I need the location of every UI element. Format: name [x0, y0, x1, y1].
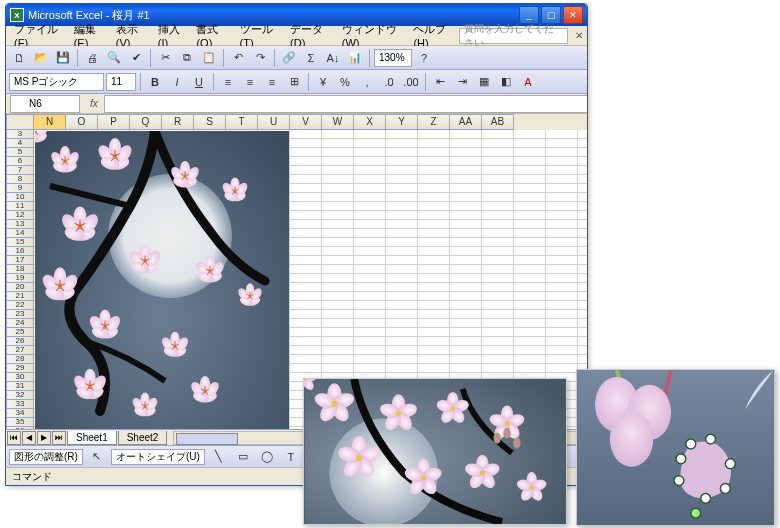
toolbar-separator [425, 73, 426, 91]
column-header[interactable]: N [34, 114, 66, 130]
save-icon[interactable]: 💾 [53, 48, 73, 68]
cut-icon[interactable]: ✂ [155, 48, 175, 68]
column-header[interactable]: Z [418, 114, 450, 130]
fx-icon[interactable]: fx [90, 98, 98, 109]
column-header[interactable]: Q [130, 114, 162, 130]
line-icon[interactable]: ╲ [209, 447, 229, 467]
sakura-moon-artwork [35, 131, 289, 429]
align-left-icon[interactable]: ≡ [218, 72, 238, 92]
svg-point-33 [674, 476, 684, 486]
sheet-tab[interactable]: Sheet2 [118, 431, 168, 445]
column-header[interactable]: Y [386, 114, 418, 130]
new-icon[interactable]: 🗋 [9, 48, 29, 68]
decrease-decimal-icon[interactable]: .00 [401, 72, 421, 92]
svg-point-30 [725, 459, 735, 469]
column-header[interactable]: T [226, 114, 258, 130]
bold-icon[interactable]: B [145, 72, 165, 92]
row-header[interactable]: 36 [6, 427, 34, 429]
ask-a-question-box[interactable]: 質問を入力してください [459, 28, 567, 44]
tab-nav-first[interactable]: ⏮ [7, 431, 21, 445]
align-right-icon[interactable]: ≡ [262, 72, 282, 92]
svg-point-29 [686, 439, 696, 449]
paste-icon[interactable]: 📋 [199, 48, 219, 68]
percent-icon[interactable]: % [335, 72, 355, 92]
column-header[interactable]: AB [482, 114, 514, 130]
copy-icon[interactable]: ⧉ [177, 48, 197, 68]
autosum-icon[interactable]: Σ [301, 48, 321, 68]
select-all-corner[interactable] [6, 114, 34, 130]
spell-icon[interactable]: ✔ [126, 48, 146, 68]
svg-point-17 [504, 428, 510, 438]
chart-icon[interactable]: 📊 [345, 48, 365, 68]
oval-icon[interactable]: ◯ [257, 447, 277, 467]
svg-point-32 [701, 493, 711, 503]
column-header[interactable]: AA [450, 114, 482, 130]
tab-nav-last[interactable]: ⏭ [52, 431, 66, 445]
toolbar-separator [150, 49, 151, 67]
help-icon[interactable]: ? [414, 48, 434, 68]
border-icon[interactable]: ▦ [474, 72, 494, 92]
column-header[interactable]: R [162, 114, 194, 130]
column-header[interactable]: U [258, 114, 290, 130]
svg-point-31 [720, 484, 730, 494]
toolbar-separator [77, 49, 78, 67]
redo-icon[interactable]: ↷ [250, 48, 270, 68]
column-headers: N O P Q R S T U V W X Y Z AA AB [6, 114, 587, 130]
merge-icon[interactable]: ⊞ [284, 72, 304, 92]
svg-point-18 [514, 438, 520, 448]
font-name-select[interactable]: MS Pゴシック [9, 73, 104, 91]
status-text: コマンド [12, 470, 52, 484]
link-icon[interactable]: 🔗 [279, 48, 299, 68]
font-color-icon[interactable]: A [518, 72, 538, 92]
zoom-select[interactable]: 130% [374, 49, 412, 67]
column-header[interactable]: V [290, 114, 322, 130]
embedded-artwork[interactable] [35, 131, 289, 429]
svg-point-35 [706, 434, 716, 444]
align-center-icon[interactable]: ≡ [240, 72, 260, 92]
underline-icon[interactable]: U [189, 72, 209, 92]
fill-color-icon[interactable]: ◧ [496, 72, 516, 92]
column-header[interactable]: W [322, 114, 354, 130]
tab-nav-next[interactable]: ▶ [37, 431, 51, 445]
print-icon[interactable]: 🖨 [82, 48, 102, 68]
toolbar-separator [223, 49, 224, 67]
select-arrow-icon[interactable]: ↖ [87, 447, 107, 467]
standard-toolbar: 🗋 📂 💾 🖨 🔍 ✔ ✂ ⧉ 📋 ↶ ↷ 🔗 Σ A↓ 📊 130% ? [6, 46, 587, 70]
formula-bar: N6 fx [6, 94, 587, 114]
svg-point-34 [676, 454, 686, 464]
svg-point-16 [494, 433, 500, 443]
toolbar-separator [274, 49, 275, 67]
workbook-close-button[interactable]: ✕ [574, 29, 585, 43]
sheet-tab[interactable]: Sheet1 [67, 431, 117, 445]
textbox-icon[interactable]: T [281, 447, 301, 467]
draw-adjust-menu[interactable]: 図形の調整(R) [9, 449, 83, 465]
italic-icon[interactable]: I [167, 72, 187, 92]
menu-bar: ファイル(F) 編集(E) 表示(V) 挿入(I) 書式(O) ツール(T) デ… [6, 26, 587, 46]
rect-icon[interactable]: ▭ [233, 447, 253, 467]
detail-inset-edit-handles [576, 369, 775, 526]
row-headers: 3456789101112131415161718192021222324252… [6, 130, 34, 429]
column-header[interactable]: S [194, 114, 226, 130]
formula-input[interactable] [104, 95, 587, 113]
toolbar-separator [308, 73, 309, 91]
close-button[interactable]: ✕ [563, 6, 583, 24]
increase-indent-icon[interactable]: ⇥ [452, 72, 472, 92]
currency-icon[interactable]: ¥ [313, 72, 333, 92]
formatting-toolbar: MS Pゴシック 11 B I U ≡ ≡ ≡ ⊞ ¥ % , .0 .00 ⇤… [6, 70, 587, 94]
column-header[interactable]: X [354, 114, 386, 130]
tab-nav-prev[interactable]: ◀ [22, 431, 36, 445]
increase-decimal-icon[interactable]: .0 [379, 72, 399, 92]
svg-point-28 [610, 411, 653, 466]
toolbar-separator [213, 73, 214, 91]
sort-icon[interactable]: A↓ [323, 48, 343, 68]
undo-icon[interactable]: ↶ [228, 48, 248, 68]
column-header[interactable]: P [98, 114, 130, 130]
font-size-select[interactable]: 11 [106, 73, 136, 91]
autoshapes-menu[interactable]: オートシェイプ(U) [111, 449, 205, 465]
decrease-indent-icon[interactable]: ⇤ [430, 72, 450, 92]
open-icon[interactable]: 📂 [31, 48, 51, 68]
comma-icon[interactable]: , [357, 72, 377, 92]
column-header[interactable]: O [66, 114, 98, 130]
name-box[interactable]: N6 [10, 95, 80, 113]
preview-icon[interactable]: 🔍 [104, 48, 124, 68]
